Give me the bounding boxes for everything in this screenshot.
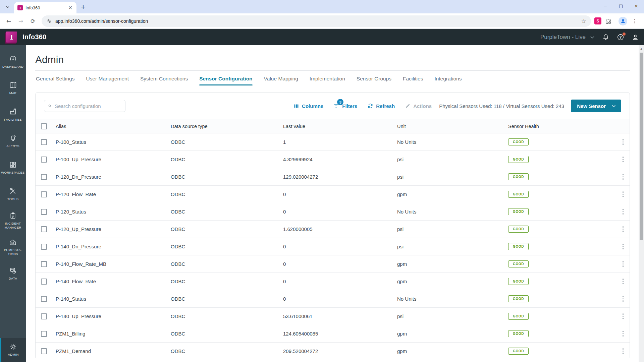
pink-extension-icon[interactable]: S <box>594 17 601 24</box>
row-menu-button[interactable] <box>621 242 626 251</box>
table-row[interactable]: P-120_Status ODBC 0 No Units GOOD <box>36 203 630 221</box>
column-header-sensor-health[interactable]: Sensor Health <box>505 119 617 133</box>
row-menu-button[interactable] <box>621 189 626 199</box>
reload-button[interactable]: ⟳ <box>28 16 38 26</box>
new-tab-button[interactable]: + <box>80 3 86 10</box>
row-checkbox[interactable] <box>41 209 47 215</box>
row-checkbox[interactable] <box>41 348 47 354</box>
environment-selector[interactable]: PurpleTown - Live <box>540 34 595 41</box>
admin-tab[interactable]: User Management <box>86 76 129 85</box>
app-header-right: PurpleTown - Live ? <box>540 33 639 41</box>
select-all-checkbox[interactable] <box>41 123 47 129</box>
row-checkbox[interactable] <box>41 279 47 285</box>
row-checkbox[interactable] <box>41 226 47 232</box>
refresh-button[interactable]: Refresh <box>367 103 395 109</box>
admin-tab[interactable]: Sensor Groups <box>357 76 391 85</box>
browser-menu-icon[interactable]: ⋮ <box>631 18 639 24</box>
admin-tab[interactable]: Sensor Configuration <box>199 76 252 85</box>
filters-button[interactable]: 3 Filters <box>333 103 357 109</box>
back-button[interactable]: ← <box>3 16 14 26</box>
column-header-unit[interactable]: Unit <box>394 119 505 133</box>
table-row[interactable]: P-140_Flow_Rate ODBC 0 gpm GOOD <box>36 273 630 290</box>
admin-tab[interactable]: Value Mapping <box>264 76 298 85</box>
admin-tab[interactable]: General Settings <box>36 76 74 85</box>
table-row[interactable]: P-120_Dn_Pressure ODBC 129.020004272 psi… <box>36 168 630 186</box>
table-row[interactable]: P-100_Up_Pressure ODBC 4.329999924 psi G… <box>36 151 630 168</box>
row-menu-button[interactable] <box>621 311 626 321</box>
page-scrollbar[interactable]: ▲ <box>639 45 644 362</box>
sidebar-label: DASHBOARD <box>2 65 23 69</box>
maximize-button[interactable]: □ <box>613 0 629 11</box>
table-row[interactable]: P-140_Status ODBC 0 No Units GOOD <box>36 290 630 308</box>
sidebar-item-workspaces[interactable]: WORKSPACES <box>0 155 26 181</box>
forward-button[interactable]: → <box>15 16 26 26</box>
row-menu-button[interactable] <box>621 207 626 217</box>
bookmark-star-icon[interactable]: ☆ <box>581 18 586 24</box>
row-checkbox[interactable] <box>41 296 47 302</box>
row-checkbox[interactable] <box>41 244 47 250</box>
admin-tab[interactable]: Implementation <box>310 76 345 85</box>
table-row[interactable]: P-140_Flow_Rate_MB ODBC 0 gpm GOOD <box>36 255 630 273</box>
omnibox[interactable]: app.info360.com/admin/sensor-configurati… <box>42 15 591 27</box>
url-text[interactable]: app.info360.com/admin/sensor-configurati… <box>55 18 578 24</box>
actions-button[interactable]: Actions <box>405 103 432 109</box>
scroll-up-icon[interactable]: ▲ <box>639 45 644 50</box>
table-row[interactable]: P-140_Up_Pressure ODBC 53.61000061 psi G… <box>36 308 630 325</box>
table-row[interactable]: P-120_Flow_Rate ODBC 0 gpm GOOD <box>36 186 630 203</box>
row-checkbox[interactable] <box>41 331 47 337</box>
admin-tab[interactable]: Integrations <box>434 76 462 85</box>
row-menu-button[interactable] <box>621 277 626 286</box>
tab-search-button[interactable] <box>3 3 12 11</box>
row-menu-button[interactable] <box>621 346 626 356</box>
table-row[interactable]: P-100_Status ODBC 1 No Units GOOD <box>36 133 630 151</box>
column-header-alias[interactable]: Alias <box>52 119 167 133</box>
column-header-last-value[interactable]: Last value <box>280 119 394 133</box>
table-row[interactable]: PZM1_Demand ODBC 209.520004272 gpm GOOD <box>36 343 630 358</box>
admin-tab[interactable]: System Connections <box>140 76 188 85</box>
close-button[interactable]: × <box>629 0 644 11</box>
sidebar-item-map[interactable]: MAP <box>0 75 26 102</box>
tab-close-icon[interactable]: × <box>67 5 74 11</box>
row-checkbox[interactable] <box>41 191 47 197</box>
extensions-puzzle-icon[interactable] <box>605 18 611 24</box>
row-menu-button[interactable] <box>621 155 626 164</box>
site-settings-icon[interactable] <box>46 18 52 24</box>
sidebar-item-data[interactable]: DATA <box>0 260 26 287</box>
help-button[interactable]: ? <box>616 33 625 41</box>
new-sensor-button[interactable]: New Sensor <box>571 100 621 112</box>
profile-avatar[interactable] <box>619 17 627 25</box>
row-checkbox[interactable] <box>41 157 47 163</box>
search-input[interactable] <box>55 103 121 109</box>
row-menu-button[interactable] <box>621 137 626 147</box>
column-header-data-source-type[interactable]: Data source type <box>167 119 280 133</box>
sidebar-item-facilities[interactable]: FACILITIES <box>0 102 26 128</box>
sidebar-item-alerts[interactable]: ALERTS <box>0 128 26 155</box>
table-row[interactable]: P-120_Up_Pressure ODBC 1.620000005 psi G… <box>36 221 630 238</box>
row-menu-button[interactable] <box>621 294 626 304</box>
account-button[interactable] <box>631 33 639 41</box>
cell-data-source-type: ODBC <box>167 168 280 185</box>
cell-last-value: 0 <box>280 255 394 273</box>
sidebar-item-admin[interactable]: ADMIN <box>0 338 26 362</box>
browser-tab[interactable]: I Info360 × <box>14 2 76 13</box>
sidebar-item-tools[interactable]: TOOLS <box>0 181 26 207</box>
row-checkbox[interactable] <box>41 174 47 180</box>
search-configuration-box[interactable] <box>44 100 125 112</box>
row-menu-button[interactable] <box>621 259 626 269</box>
row-menu-button[interactable] <box>621 329 626 339</box>
sidebar-item-incident-manager[interactable]: INCIDENT MANAGER <box>0 207 26 234</box>
table-row[interactable]: P-140_Dn_Pressure ODBC 0 psi GOOD <box>36 238 630 255</box>
sidebar-item-pump-stations[interactable]: PUMP STA-TIONS <box>0 234 26 260</box>
sidebar-item-dashboard[interactable]: DASHBOARD <box>0 49 26 75</box>
row-checkbox[interactable] <box>41 261 47 267</box>
row-menu-button[interactable] <box>621 172 626 182</box>
minimize-button[interactable]: − <box>598 0 613 11</box>
row-menu-button[interactable] <box>621 224 626 234</box>
notifications-button[interactable] <box>602 33 610 41</box>
row-checkbox[interactable] <box>41 313 47 319</box>
scrollbar-thumb[interactable] <box>640 53 643 240</box>
columns-button[interactable]: Columns <box>293 103 323 109</box>
row-checkbox[interactable] <box>41 139 47 145</box>
admin-tab[interactable]: Facilities <box>403 76 423 85</box>
table-row[interactable]: PZM1_Billing ODBC 124.605400085 gpm GOOD <box>36 325 630 343</box>
